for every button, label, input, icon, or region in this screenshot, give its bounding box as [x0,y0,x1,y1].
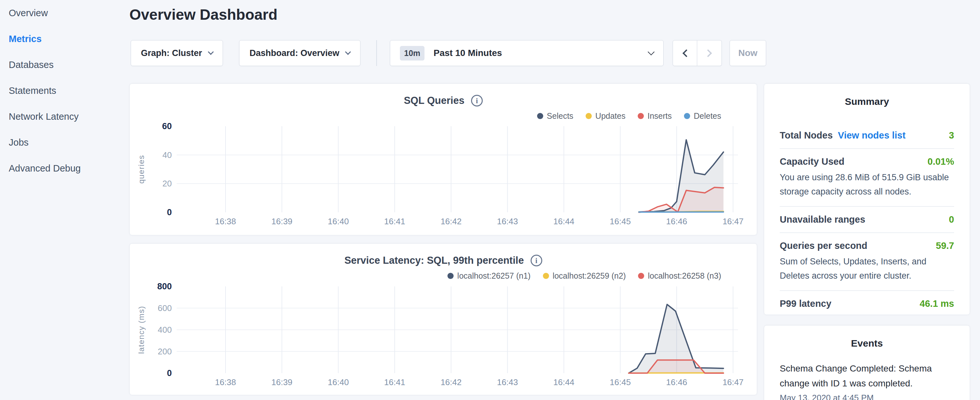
sidebar: OverviewMetricsDatabasesStatementsNetwor… [0,0,129,400]
summary-value: 0.01% [928,156,954,167]
legend-dot-icon [638,273,644,279]
legend-item[interactable]: Deletes [684,112,721,121]
summary-title: Summary [780,96,954,107]
x-tick-label: 16:44 [553,217,574,226]
summary-value: 0 [949,214,954,225]
summary-subtext: Sum of Selects, Updates, Inserts, and De… [780,254,954,283]
y-tick-label: 600 [158,303,172,313]
sidebar-item-overview[interactable]: Overview [0,0,129,26]
controls-bar: Graph: Cluster Dashboard: Overview 10m P… [129,40,766,66]
summary-subtext: You are using 28.6 MiB of 515.9 GiB usab… [780,170,954,199]
view-nodes-link[interactable]: View nodes list [838,130,905,141]
chevron-down-icon [648,48,654,55]
y-tick-label: 0 [167,207,172,217]
time-range-label: Past 10 Minutes [434,48,502,58]
y-tick-label: 800 [157,282,172,291]
summary-label: Unavailable ranges [780,214,865,225]
service-latency-chart-card: 020040060080016:3816:3916:4016:4116:4216… [129,243,757,395]
sql-queries-chart[interactable]: 020406016:3816:3916:4016:4116:4216:4316:… [130,84,757,236]
event-text: Schema Change Completed: Schema change w… [780,361,954,391]
graph-dropdown[interactable]: Graph: Cluster [131,40,223,66]
info-icon[interactable]: i [471,95,483,107]
y-tick-label: 60 [162,121,172,131]
page-title: Overview Dashboard [129,6,278,23]
events-title: Events [780,338,954,349]
summary-row: Total NodesView nodes list3 [780,123,954,148]
sidebar-item-statements[interactable]: Statements [0,78,129,104]
x-tick-label: 16:45 [610,377,631,387]
y-tick-label: 20 [162,178,172,188]
legend-dot-icon [585,113,592,119]
chart-title-row: Service Latency: SQL, 99th percentile i [130,255,757,266]
dashboard-dropdown[interactable]: Dashboard: Overview [239,40,360,66]
legend-label: Selects [547,112,573,121]
sidebar-item-metrics[interactable]: Metrics [0,26,129,52]
chart-legend: SelectsUpdatesInsertsDeletes [537,112,721,121]
y-tick-label: 200 [158,347,172,356]
legend-dot-icon [537,113,543,119]
dashboard-dropdown-label: Dashboard: Overview [250,48,339,58]
y-tick-label: 40 [162,150,172,160]
legend-label: Inserts [648,112,672,121]
sidebar-item-advanced-debug[interactable]: Advanced Debug [0,155,129,181]
x-tick-label: 16:40 [328,217,349,226]
time-range-picker[interactable]: 10m Past 10 Minutes [390,40,663,66]
chart-title: SQL Queries [404,95,464,106]
summary-row: Queries per second59.7Sum of Selects, Up… [780,233,954,290]
legend-item[interactable]: localhost:26259 (n2) [543,271,626,280]
service-latency-chart[interactable]: 020040060080016:3816:3916:4016:4116:4216… [130,244,757,395]
events-panel: Events Schema Change Completed: Schema c… [764,325,970,400]
x-tick-label: 16:38 [215,217,236,226]
graph-dropdown-label: Graph: Cluster [141,48,202,58]
controls-divider [376,40,377,66]
time-range-badge: 10m [400,46,425,61]
y-tick-label: 0 [167,368,172,378]
x-tick-label: 16:43 [497,217,518,226]
x-tick-label: 16:38 [215,377,236,387]
x-tick-label: 16:47 [722,217,743,226]
legend-label: localhost:26259 (n2) [553,271,626,280]
info-icon[interactable]: i [531,255,542,266]
legend-item[interactable]: Updates [585,112,625,121]
sidebar-item-jobs[interactable]: Jobs [0,129,129,155]
sidebar-item-network-latency[interactable]: Network Latency [0,104,129,129]
chart-legend: localhost:26257 (n1)localhost:26259 (n2)… [447,271,721,280]
x-tick-label: 16:46 [666,377,687,387]
x-tick-label: 16:40 [328,377,349,387]
x-tick-label: 16:42 [441,217,462,226]
legend-label: Updates [595,112,625,121]
summary-panel: Summary Total NodesView nodes list3Capac… [764,83,970,315]
legend-label: Deletes [694,112,721,121]
event-item[interactable]: Schema Change Completed: Schema change w… [780,361,954,400]
summary-value: 3 [949,130,954,141]
legend-label: localhost:26258 (n3) [648,271,721,280]
y-tick-label: 400 [158,325,172,335]
x-tick-label: 16:39 [272,377,293,387]
legend-label: localhost:26257 (n1) [457,271,531,280]
prev-time-button[interactable] [673,40,697,66]
legend-item[interactable]: localhost:26258 (n3) [638,271,721,280]
y-axis-label: queries [137,155,146,183]
next-time-button[interactable] [697,40,722,66]
legend-item[interactable]: Selects [537,112,573,121]
chevron-down-icon [345,49,351,55]
x-tick-label: 16:43 [497,377,518,387]
legend-dot-icon [638,113,644,119]
summary-label: Queries per second [780,241,867,251]
chevron-down-icon [208,49,213,55]
chevron-right-icon [704,49,712,57]
legend-dot-icon [543,273,549,279]
legend-item[interactable]: Inserts [638,112,672,121]
now-button[interactable]: Now [730,40,766,66]
summary-label: P99 latency [780,298,832,309]
sidebar-item-databases[interactable]: Databases [0,52,129,78]
x-tick-label: 16:44 [553,377,574,387]
x-tick-label: 16:41 [384,377,405,387]
legend-dot-icon [684,113,690,119]
summary-rows: Total NodesView nodes list3Capacity Used… [780,123,954,317]
summary-value: 46.1 ms [920,298,954,309]
time-nav-group [673,40,722,66]
y-axis-label: latency (ms) [137,306,146,354]
legend-item[interactable]: localhost:26257 (n1) [447,271,531,280]
x-tick-label: 16:46 [666,217,687,226]
